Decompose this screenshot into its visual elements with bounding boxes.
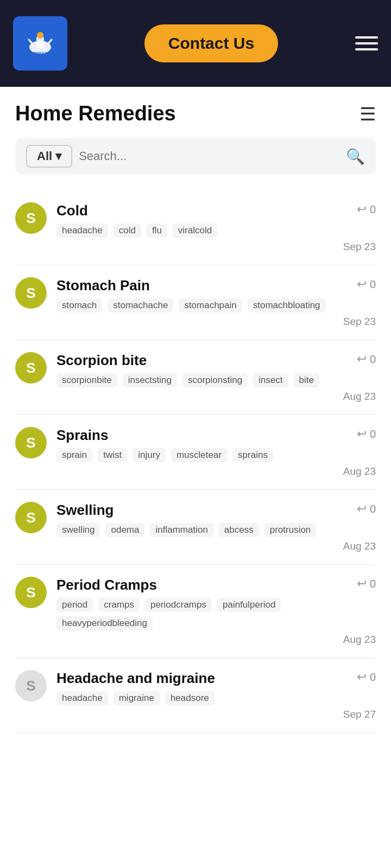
tags-row: periodcrampsperiodcrampspainfulperiodhea… <box>56 598 376 630</box>
remedy-row: S Scorpion bite ↩ 0 scorpionbiteinsectst… <box>15 352 376 403</box>
avatar: S <box>15 352 47 384</box>
tag: stomachbloating <box>248 298 326 312</box>
section-menu-icon[interactable]: ☰ <box>360 103 376 125</box>
tags-row: scorpionbiteinsectstingscorpionstinginse… <box>56 373 376 387</box>
tag: painfulperiod <box>217 598 281 612</box>
tag: scorpionbite <box>56 373 117 387</box>
remedy-title: Scorpion bite <box>56 352 147 369</box>
remedy-title-row: Sprains ↩ 0 <box>56 427 376 444</box>
list-item[interactable]: S Headache and migraine ↩ 0 headachemigr… <box>15 658 376 733</box>
list-item[interactable]: S Cold ↩ 0 headachecoldfluviralcold Sep … <box>15 190 376 265</box>
remedy-content: Scorpion bite ↩ 0 scorpionbiteinsectstin… <box>56 352 376 403</box>
tag: scorpionsting <box>182 373 248 387</box>
remedy-row: S Headache and migraine ↩ 0 headachemigr… <box>15 670 376 720</box>
remedy-date: Aug 23 <box>56 391 376 403</box>
tag: injury <box>133 448 166 462</box>
remedy-title-row: Stomach Pain ↩ 0 <box>56 277 376 294</box>
tags-row: swellingodemainflammationabcessprotrusio… <box>56 523 376 537</box>
tag: muscletear <box>171 448 227 462</box>
remedy-content: Swelling ↩ 0 swellingodemainflammationab… <box>56 502 376 552</box>
logo[interactable]: Grandma's magic <box>13 16 67 71</box>
reply-icon: ↩ <box>357 277 367 291</box>
avatar: S <box>15 277 47 309</box>
reply-icon: ↩ <box>357 577 367 591</box>
list-item[interactable]: S Period Cramps ↩ 0 periodcrampsperiodcr… <box>15 565 376 658</box>
tag: migraine <box>113 691 160 705</box>
avatar: S <box>15 427 47 458</box>
remedy-content: Period Cramps ↩ 0 periodcrampsperiodcram… <box>56 577 376 646</box>
reply-icon: ↩ <box>357 352 367 366</box>
tag: stomachpain <box>179 298 242 312</box>
svg-text:Grandma's magic: Grandma's magic <box>24 51 56 55</box>
filter-button[interactable]: All ▾ <box>26 145 72 168</box>
remedy-title: Headache and migraine <box>56 670 215 687</box>
remedy-title: Sprains <box>56 427 108 444</box>
remedy-date: Sep 27 <box>56 709 376 720</box>
header: Grandma's magic Contact Us <box>0 0 391 87</box>
remedy-title-row: Period Cramps ↩ 0 <box>56 577 376 593</box>
remedy-content: Stomach Pain ↩ 0 stomachstomachachestoma… <box>56 277 376 328</box>
tag: cramps <box>98 598 140 612</box>
avatar: S <box>15 670 47 701</box>
reply-icon: ↩ <box>357 670 367 684</box>
reply-count: ↩ 0 <box>357 277 376 291</box>
section-header: Home Remedies ☰ <box>15 102 376 125</box>
svg-point-3 <box>37 32 43 39</box>
remedy-row: S Stomach Pain ↩ 0 stomachstomachachesto… <box>15 277 376 328</box>
remedies-list: S Cold ↩ 0 headachecoldfluviralcold Sep … <box>15 190 376 733</box>
hamburger-menu-icon[interactable] <box>355 36 378 50</box>
tag: viralcold <box>173 224 217 238</box>
tag: insectsting <box>123 373 177 387</box>
tag: headache <box>56 691 108 705</box>
remedy-title: Cold <box>56 202 88 219</box>
remedy-title-row: Cold ↩ 0 <box>56 202 376 219</box>
tag: stomach <box>56 298 102 312</box>
avatar: S <box>15 577 47 608</box>
remedy-title: Period Cramps <box>56 577 157 593</box>
remedy-row: S Sprains ↩ 0 spraintwistinjurymuscletea… <box>15 427 376 477</box>
avatar: S <box>15 202 47 234</box>
search-icon: 🔍 <box>346 148 365 165</box>
reply-count: ↩ 0 <box>357 577 376 591</box>
remedy-date: Sep 23 <box>56 316 376 328</box>
list-item[interactable]: S Stomach Pain ↩ 0 stomachstomachachesto… <box>15 265 376 340</box>
search-input[interactable] <box>79 149 339 163</box>
list-item[interactable]: S Swelling ↩ 0 swellingodemainflammation… <box>15 490 376 565</box>
tag: insect <box>253 373 288 387</box>
tag: protrusion <box>264 523 317 537</box>
reply-icon: ↩ <box>357 502 367 516</box>
tag: swelling <box>56 523 100 537</box>
tag: period <box>56 598 93 612</box>
reply-icon: ↩ <box>357 202 367 216</box>
tag: flu <box>147 224 167 238</box>
contact-us-button[interactable]: Contact Us <box>144 24 278 62</box>
reply-count: ↩ 0 <box>357 427 376 441</box>
list-item[interactable]: S Scorpion bite ↩ 0 scorpionbiteinsectst… <box>15 340 376 415</box>
tags-row: spraintwistinjurymuscletearsprains <box>56 448 376 462</box>
remedy-title-row: Scorpion bite ↩ 0 <box>56 352 376 369</box>
remedy-content: Headache and migraine ↩ 0 headachemigrai… <box>56 670 376 720</box>
remedy-title: Swelling <box>56 502 113 519</box>
main-content: Home Remedies ☰ All ▾ 🔍 S Cold ↩ 0 <box>0 87 391 733</box>
tag: headsore <box>165 691 215 705</box>
remedy-date: Aug 23 <box>56 540 376 552</box>
tag: cold <box>113 224 141 238</box>
remedy-row: S Swelling ↩ 0 swellingodemainflammation… <box>15 502 376 552</box>
remedy-content: Cold ↩ 0 headachecoldfluviralcold Sep 23 <box>56 202 376 253</box>
search-button[interactable]: 🔍 <box>346 148 365 165</box>
tag: periodcramps <box>145 598 212 612</box>
remedy-row: S Period Cramps ↩ 0 periodcrampsperiodcr… <box>15 577 376 646</box>
tags-row: stomachstomachachestomachpainstomachbloa… <box>56 298 376 312</box>
list-item[interactable]: S Sprains ↩ 0 spraintwistinjurymuscletea… <box>15 415 376 490</box>
reply-count: ↩ 0 <box>357 202 376 216</box>
remedy-title-row: Swelling ↩ 0 <box>56 502 376 519</box>
chevron-down-icon: ▾ <box>55 149 61 163</box>
tag: twist <box>98 448 127 462</box>
tag: bite <box>294 373 319 387</box>
avatar: S <box>15 502 47 533</box>
tag: sprains <box>232 448 273 462</box>
remedy-row: S Cold ↩ 0 headachecoldfluviralcold Sep … <box>15 202 376 253</box>
tag: headache <box>56 224 108 238</box>
reply-count: ↩ 0 <box>357 352 376 366</box>
remedy-date: Aug 23 <box>56 634 376 646</box>
